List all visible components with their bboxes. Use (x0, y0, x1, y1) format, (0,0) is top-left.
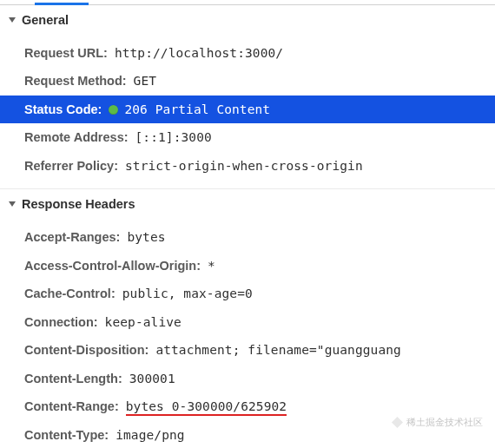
row-label: Content-Type: (24, 425, 109, 445)
request-url-row: Request URL: http://localhost:3000/ (0, 39, 495, 67)
row-label: Content-Disposition: (24, 340, 148, 359)
general-rows: Request URL: http://localhost:3000/ Requ… (0, 34, 495, 188)
row-value: 300001 (129, 369, 175, 388)
row-value: GET (134, 71, 157, 90)
row-value: image/png (116, 425, 184, 445)
row-label: Connection: (24, 313, 98, 332)
referrer-policy-row: Referrer Policy: strict-origin-when-cros… (0, 152, 495, 180)
row-value: bytes 0-300000/625902 (126, 397, 287, 416)
content-range-row: Content-Range: bytes 0-300000/625902 (0, 392, 495, 420)
highlighted-value: bytes 0-300000/625902 (126, 399, 287, 416)
remote-address-row: Remote Address: [::1]:3000 (0, 123, 495, 151)
content-length-row: Content-Length: 300001 (0, 365, 495, 392)
row-value: strict-origin-when-cross-origin (125, 156, 363, 175)
accept-ranges-row: Accept-Ranges: bytes (0, 223, 495, 251)
row-label: Access-Control-Allow-Origin: (24, 256, 201, 275)
connection-row: Connection: keep-alive (0, 308, 495, 336)
content-type-row: Content-Type: image/png (0, 421, 495, 448)
row-value: http://localhost:3000/ (115, 43, 283, 63)
row-label: Status Code: (24, 100, 102, 119)
row-label: Accept-Ranges: (24, 227, 120, 247)
row-label: Cache-Control: (24, 284, 116, 303)
row-label: Content-Length: (24, 369, 122, 388)
status-code-row[interactable]: Status Code: 206 Partial Content (0, 96, 495, 123)
row-value: public, max-age=0 (122, 284, 253, 303)
chevron-down-icon (9, 201, 16, 207)
general-section-header[interactable]: General (0, 5, 495, 34)
row-label: Request URL: (24, 43, 108, 63)
row-value: keep-alive (105, 313, 182, 332)
row-label: Remote Address: (24, 128, 129, 147)
tab-indicator (0, 0, 495, 5)
acao-row: Access-Control-Allow-Origin: * (0, 252, 495, 280)
row-label: Request Method: (24, 71, 127, 90)
section-title: Response Headers (22, 197, 135, 211)
row-value: attachment; filename="guangguang (155, 340, 401, 359)
row-value: * (208, 256, 215, 275)
content-disposition-row: Content-Disposition: attachment; filenam… (0, 336, 495, 364)
response-headers-section: Response Headers Accept-Ranges: bytes Ac… (0, 188, 495, 448)
chevron-down-icon (9, 17, 16, 23)
row-label: Referrer Policy: (24, 156, 118, 175)
section-title: General (22, 13, 69, 27)
response-headers-section-header[interactable]: Response Headers (0, 188, 495, 218)
row-value: bytes (127, 227, 165, 247)
row-label: Content-Range: (24, 397, 119, 416)
status-dot-icon (109, 105, 118, 115)
request-method-row: Request Method: GET (0, 67, 495, 95)
general-section: General Request URL: http://localhost:30… (0, 5, 495, 188)
response-headers-rows: Accept-Ranges: bytes Access-Control-Allo… (0, 218, 495, 448)
cache-control-row: Cache-Control: public, max-age=0 (0, 280, 495, 307)
row-value: [::1]:3000 (135, 128, 212, 147)
row-value: 206 Partial Content (109, 100, 270, 119)
